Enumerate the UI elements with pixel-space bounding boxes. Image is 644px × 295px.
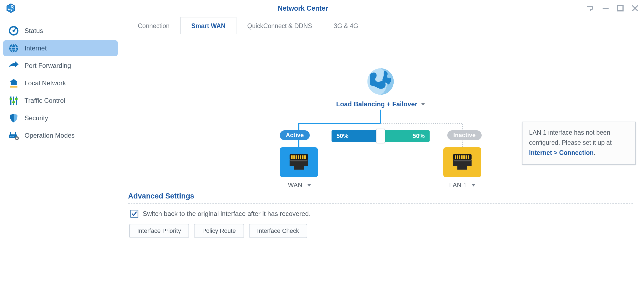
policy-route-button[interactable]: Policy Route — [194, 224, 244, 238]
chevron-down-icon — [472, 184, 475, 186]
maximize-icon[interactable] — [617, 5, 624, 12]
button-label: Interface Check — [257, 227, 299, 234]
interface-label: WAN — [288, 182, 302, 189]
svg-rect-41 — [459, 155, 460, 159]
shield-icon — [8, 113, 19, 124]
sidebar: Status Internet Port Forwarding Local Ne… — [0, 16, 121, 295]
tab-3g-4g[interactable]: 3G & 4G — [323, 17, 369, 34]
tab-bar: Connection Smart WAN QuickConnect & DDNS… — [127, 16, 640, 34]
title-bar: Network Center — [0, 0, 644, 16]
slider-handle[interactable] — [376, 129, 385, 143]
interface-label: LAN 1 — [449, 182, 467, 189]
svg-rect-23 — [10, 132, 11, 134]
interface-select-lan1[interactable]: LAN 1 — [449, 182, 475, 189]
svg-rect-45 — [468, 155, 469, 159]
sidebar-item-status[interactable]: Status — [3, 23, 118, 39]
status-badge-active: Active — [280, 130, 310, 140]
router-gear-icon — [8, 130, 19, 141]
section-title: Advanced Settings — [128, 192, 633, 200]
svg-rect-31 — [291, 155, 293, 159]
close-icon[interactable] — [631, 5, 639, 12]
slider-left: 50% — [332, 130, 381, 142]
window-title: Network Center — [20, 4, 586, 12]
slider-pct: 50% — [336, 133, 348, 140]
svg-point-19 — [10, 98, 12, 100]
wan-mode-label: Load Balancing + Failover — [336, 100, 417, 108]
sidebar-item-label: Security — [25, 114, 48, 122]
button-label: Policy Route — [202, 227, 236, 234]
checkbox-icon[interactable] — [130, 210, 138, 218]
tooltip-text: LAN 1 interface has not been configured.… — [529, 129, 612, 146]
svg-rect-32 — [293, 155, 295, 159]
svg-point-3 — [11, 6, 13, 7]
failback-checkbox-row[interactable]: Switch back to the original interface af… — [130, 210, 633, 218]
svg-rect-15 — [10, 86, 17, 88]
slider-right: 50% — [381, 130, 430, 142]
globe-icon — [8, 43, 19, 54]
svg-rect-43 — [463, 155, 465, 159]
sliders-icon — [8, 95, 19, 106]
svg-rect-40 — [457, 155, 458, 159]
checkbox-label: Switch back to the original interface af… — [143, 210, 311, 218]
chevron-down-icon — [307, 184, 311, 186]
sidebar-item-label: Internet — [25, 44, 47, 52]
minimize-icon[interactable] — [602, 5, 609, 12]
help-icon[interactable] — [586, 5, 594, 11]
status-badge-inactive: Inactive — [447, 130, 482, 140]
tab-smart-wan[interactable]: Smart WAN — [180, 17, 236, 34]
svg-rect-9 — [618, 5, 623, 11]
port-icon-wan — [280, 147, 318, 177]
globe-mode-block: Load Balancing + Failover — [336, 67, 425, 108]
balance-slider[interactable]: 50% 50% — [332, 130, 430, 142]
svg-rect-8 — [603, 8, 609, 9]
forward-arrow-icon — [8, 60, 19, 71]
sidebar-item-label: Local Network — [25, 79, 66, 87]
sidebar-item-label: Operation Modes — [25, 132, 75, 139]
sidebar-item-security[interactable]: Security — [3, 110, 118, 126]
divider — [128, 203, 633, 204]
chevron-down-icon — [421, 103, 425, 106]
home-network-icon — [8, 78, 19, 89]
svg-point-13 — [9, 44, 18, 53]
tab-quickconnect-ddns[interactable]: QuickConnect & DDNS — [236, 17, 323, 34]
sidebar-item-label: Traffic Control — [25, 97, 65, 104]
interface-select-wan[interactable]: WAN — [288, 182, 311, 189]
tab-label: Smart WAN — [191, 22, 225, 30]
interface-priority-button[interactable]: Interface Priority — [129, 224, 189, 238]
badge-text: Inactive — [453, 132, 476, 139]
badge-text: Active — [286, 132, 304, 139]
svg-rect-37 — [304, 155, 306, 159]
sidebar-item-port-forwarding[interactable]: Port Forwarding — [3, 58, 118, 74]
svg-rect-34 — [298, 155, 299, 159]
content-area: Connection Smart WAN QuickConnect & DDNS… — [121, 16, 644, 295]
svg-point-25 — [10, 136, 12, 137]
tooltip-link[interactable]: Internet > Connection — [529, 149, 594, 156]
tooltip-text: . — [594, 149, 595, 156]
sidebar-item-local-network[interactable]: Local Network — [3, 75, 118, 91]
sidebar-item-operation-modes[interactable]: Operation Modes — [3, 128, 118, 143]
connector-line-dashed — [381, 123, 462, 124]
smart-wan-diagram: Load Balancing + Failover Active Inactiv… — [121, 39, 640, 192]
wan-mode-select[interactable]: Load Balancing + Failover — [336, 100, 425, 108]
svg-point-20 — [12, 101, 15, 104]
sidebar-item-label: Status — [25, 27, 43, 35]
sidebar-item-label: Port Forwarding — [25, 62, 71, 70]
sidebar-item-internet[interactable]: Internet — [3, 40, 118, 56]
tab-label: QuickConnect & DDNS — [247, 22, 312, 30]
inactive-interface-tooltip: LAN 1 interface has not been configured.… — [522, 122, 636, 165]
svg-rect-39 — [455, 155, 456, 159]
tab-connection[interactable]: Connection — [127, 17, 180, 34]
svg-rect-35 — [300, 155, 301, 159]
svg-rect-42 — [461, 155, 463, 159]
internet-globe-icon — [366, 67, 396, 97]
app-icon — [5, 3, 16, 14]
svg-point-28 — [16, 137, 18, 139]
slider-pct: 50% — [413, 133, 425, 140]
connector-line — [299, 123, 381, 124]
tab-label: Connection — [138, 22, 169, 30]
svg-rect-24 — [15, 132, 16, 134]
svg-rect-36 — [302, 155, 303, 159]
interface-check-button[interactable]: Interface Check — [249, 224, 307, 238]
advanced-settings: Advanced Settings Switch back to the ori… — [121, 192, 640, 238]
sidebar-item-traffic-control[interactable]: Traffic Control — [3, 93, 118, 109]
